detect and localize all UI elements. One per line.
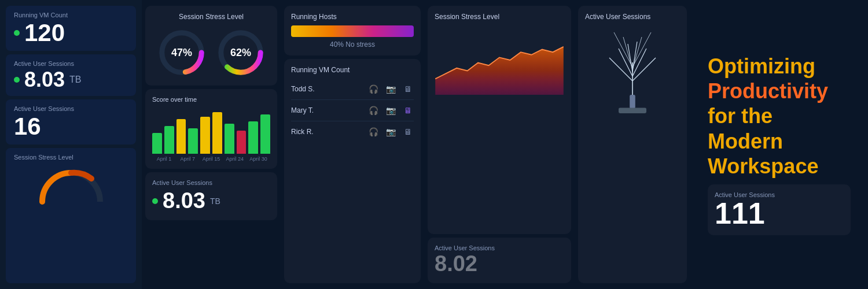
vm-icons-todd: 🎧 📷 🖥	[367, 83, 414, 95]
bar-label-2: April 7	[176, 156, 200, 162]
tree-svg	[585, 25, 680, 118]
gauges-row: 47%	[152, 27, 270, 79]
sessions-tb-label: Active User Sessions	[14, 60, 128, 67]
sessions-bottom-card: Active User Sessions 8.02	[428, 238, 571, 283]
monitor-icon3: 🖥	[402, 126, 414, 138]
gauge2-wrapper: 62%	[215, 27, 267, 79]
headset-icon2: 🎧	[367, 105, 379, 116]
gauge1-container: 47%	[156, 27, 208, 79]
bar-5	[200, 117, 210, 154]
vm-count-list-title: Running VM Count	[291, 66, 414, 74]
hosts-bar	[291, 25, 414, 37]
gauge-card-title: Session Stress Level	[152, 13, 270, 21]
stress-mini-label: Session Stress Level	[14, 154, 128, 161]
bar-chart-area	[152, 108, 270, 154]
vm-name-rick: Rick R.	[291, 128, 314, 136]
bar-label-5: April 30	[247, 156, 270, 162]
vm-name-todd: Todd S.	[291, 85, 315, 93]
sessions-tb-card: Active User Sessions 8.03 TB	[6, 54, 136, 96]
left-panel: Running VM Count 120 Active User Session…	[0, 0, 142, 289]
gauge1-pct: 47%	[171, 47, 192, 59]
hosts-card: Running Hosts 40% No stress	[284, 6, 421, 55]
promo-line2: for the Modern Workspace	[708, 103, 851, 179]
vm-count-value: 120	[14, 21, 128, 45]
stress-chart-title: Session Stress Level	[435, 13, 564, 21]
headset-icon: 🎧	[367, 83, 379, 95]
bar-labels: April 1 April 7 April 15 April 24 April …	[152, 156, 270, 162]
vm-icons-mary: 🎧 📷 🖥	[367, 105, 414, 116]
bar-3	[176, 119, 186, 154]
camera-icon3: 📷	[385, 126, 396, 138]
gauge2-container: 62%	[215, 27, 267, 79]
svg-rect-4	[630, 95, 635, 109]
vm-icons-rick: 🎧 📷 🖥	[367, 126, 414, 138]
bar-chart-card: Score over time April 1 April 7 April 15…	[145, 89, 277, 169]
vm-count-dot	[14, 30, 20, 36]
hosts-pct: 40% No stress	[291, 40, 414, 49]
stress-mini-card: Session Stress Level	[6, 148, 136, 283]
sessions-tb-value: 8.03 TB	[14, 69, 128, 90]
center-left-sessions-label: Active User Sessions	[152, 179, 270, 186]
sessions-dot2	[152, 198, 158, 204]
bar-8	[237, 131, 247, 154]
table-row: Mary T. 🎧 📷 🖥	[291, 100, 414, 121]
far-right-panel: Optimizing Productivity for the Modern W…	[690, 0, 868, 289]
word-optimizing: Optimizing	[708, 54, 815, 78]
stress-arc	[14, 165, 128, 206]
right-center-panel: Active User Sessions	[575, 0, 690, 289]
word-rest: for the Modern Workspace	[708, 104, 818, 177]
vm-count-card: Running VM Count 120	[6, 6, 136, 51]
camera-icon2: 📷	[385, 105, 396, 116]
vm-name-mary: Mary T.	[291, 106, 314, 114]
active-sessions-111-value: 111	[715, 198, 844, 228]
bar-2	[164, 126, 174, 154]
word-productivity: Productivity	[708, 79, 828, 103]
gauge-card: Session Stress Level	[145, 6, 277, 86]
stress-chart-card: Session Stress Level	[428, 6, 571, 234]
table-row: Rick R. 🎧 📷 🖥	[291, 121, 414, 142]
center-right-panel: Session Stress Level Active User Session…	[424, 0, 575, 289]
center-panel: Running Hosts 40% No stress Running VM C…	[281, 0, 424, 289]
vm-count-list-card: Running VM Count Todd S. 🎧 📷 🖥 Mary T. 🎧…	[284, 59, 421, 283]
bar-label-4: April 24	[223, 156, 247, 162]
monitor-icon2: 🖥	[402, 105, 414, 116]
bar-label-1: April 1	[152, 156, 176, 162]
bar-label-3: April 15	[200, 156, 223, 162]
active-sessions-16-card: Active User Sessions 16	[6, 99, 136, 144]
bar-6	[212, 112, 222, 154]
monitor-icon: 🖥	[402, 83, 414, 95]
bar-7	[225, 124, 234, 154]
bar-1	[152, 133, 162, 154]
sessions-bottom-value: 8.02	[435, 251, 564, 276]
sessions-bottom-label: Active User Sessions	[435, 244, 564, 251]
stress-arc-svg	[36, 167, 106, 205]
active-sessions-16-label: Active User Sessions	[14, 105, 128, 112]
vm-count-label: Running VM Count	[14, 12, 128, 18]
table-row: Todd S. 🎧 📷 🖥	[291, 79, 414, 100]
bar-4	[188, 128, 198, 154]
tree-card: Active User Sessions	[578, 6, 687, 283]
bar-9	[248, 121, 258, 154]
bar-chart-title: Score over time	[152, 96, 270, 103]
active-sessions-card: Active User Sessions 111	[708, 184, 851, 235]
center-left-sessions-card: Active User Sessions 8.03 TB	[145, 172, 277, 220]
stress-area-chart	[435, 25, 564, 95]
center-left-sessions-value: 8.03 TB	[152, 188, 270, 213]
center-left-panel: Session Stress Level	[142, 0, 281, 289]
active-sessions-16-value: 16	[14, 114, 128, 139]
bar-10	[260, 114, 270, 154]
promo-title: Optimizing Productivity for the Modern W…	[708, 54, 851, 179]
gauge1-wrapper: 47%	[156, 27, 208, 79]
headset-icon3: 🎧	[367, 126, 379, 138]
sessions-dot	[14, 77, 20, 83]
promo-line1: Optimizing Productivity	[708, 54, 851, 103]
gauge2-pct: 62%	[230, 47, 251, 59]
svg-rect-5	[619, 108, 646, 113]
hosts-label: Running Hosts	[291, 13, 414, 21]
tree-card-title: Active User Sessions	[585, 13, 680, 21]
camera-icon: 📷	[385, 83, 396, 95]
